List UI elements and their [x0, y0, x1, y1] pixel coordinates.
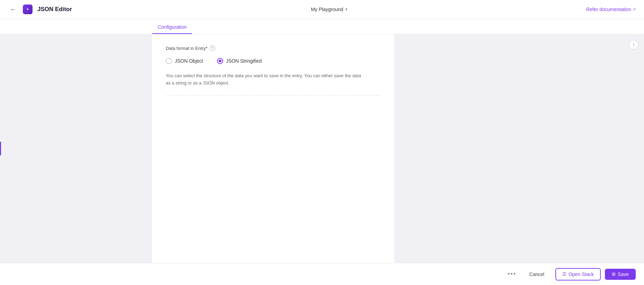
playground-selector[interactable]: My Playground ▾ [311, 7, 347, 12]
section-divider [166, 95, 381, 96]
external-link-icon: ↗ [633, 7, 636, 12]
page-title: JSON Editor [37, 6, 72, 13]
radio-json-object-label: JSON Object [175, 58, 203, 64]
header-center: My Playground ▾ [72, 7, 586, 12]
header-right: Refer documentation ↗ [586, 7, 636, 12]
more-options-button[interactable]: ••• [506, 268, 518, 280]
radio-json-stringified[interactable] [217, 58, 223, 64]
right-panel: i [395, 34, 644, 263]
info-circle-button[interactable]: i [629, 40, 638, 50]
open-stack-button[interactable]: ☰ Open Stack [555, 268, 601, 280]
main-content: Data format in Entry* ? JSON Object JSON… [0, 34, 644, 263]
refer-documentation-link[interactable]: Refer documentation ↗ [586, 7, 636, 12]
header-left: ← ✦ JSON Editor [8, 5, 72, 14]
center-panel: Data format in Entry* ? JSON Object JSON… [152, 34, 395, 263]
left-edge-indicator [0, 142, 1, 155]
refer-doc-label: Refer documentation [586, 7, 631, 12]
tabs-bar: Configuration [0, 19, 644, 34]
description-text: You can select the structure of the data… [166, 72, 366, 87]
footer: ••• Cancel ☰ Open Stack ⊞ Save [0, 263, 644, 285]
left-panel [0, 34, 152, 263]
open-stack-label: Open Stack [569, 271, 594, 277]
app-logo: ✦ [23, 5, 33, 14]
cancel-button[interactable]: Cancel [522, 269, 551, 280]
save-button[interactable]: ⊞ Save [605, 269, 636, 280]
radio-json-stringified-label: JSON Stringified [226, 58, 262, 64]
radio-option-json-object[interactable]: JSON Object [166, 58, 203, 64]
save-label: Save [618, 271, 629, 277]
help-icon[interactable]: ? [210, 45, 215, 51]
chevron-down-icon: ▾ [345, 7, 347, 12]
stack-icon: ☰ [562, 271, 566, 277]
data-format-label: Data format in Entry* ? [166, 45, 381, 51]
save-icon: ⊞ [612, 271, 616, 277]
playground-label: My Playground [311, 7, 343, 12]
back-button[interactable]: ← [8, 5, 18, 14]
header: ← ✦ JSON Editor My Playground ▾ Refer do… [0, 0, 644, 19]
radio-json-object[interactable] [166, 58, 172, 64]
radio-option-json-stringified[interactable]: JSON Stringified [217, 58, 262, 64]
tab-configuration[interactable]: Configuration [152, 21, 192, 34]
radio-group: JSON Object JSON Stringified [166, 58, 381, 64]
radio-selected-dot [219, 60, 221, 62]
info-icon: i [633, 42, 634, 47]
logo-text: ✦ [26, 8, 29, 11]
